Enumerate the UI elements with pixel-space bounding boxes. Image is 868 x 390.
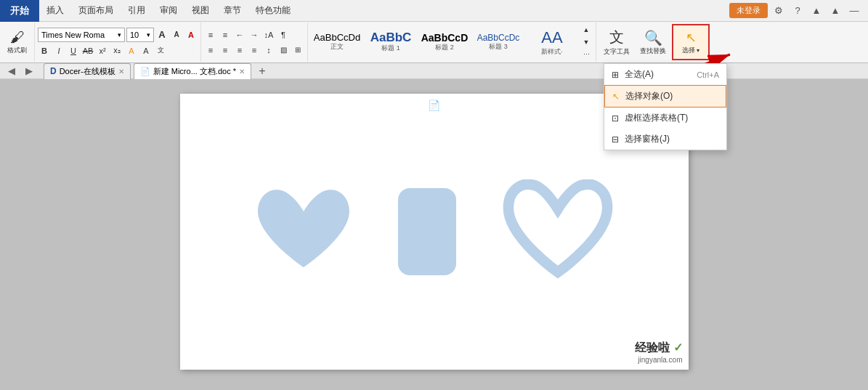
heart-solid-svg xyxy=(253,184,354,279)
nav-bar: ◀ ▶ D Docer-在线模板 ✕ 📄 新建 Micro... 文档.doc … xyxy=(0,63,868,79)
tab-reference[interactable]: 引用 xyxy=(121,0,153,22)
show-marks-btn[interactable]: ¶ xyxy=(277,28,290,41)
style-h1-label: 标题 1 xyxy=(381,44,400,53)
font-row2: B I U AB x² x₂ A A 文 xyxy=(38,44,198,57)
format-painter-btn[interactable]: 🖌 格式刷 xyxy=(3,29,31,55)
ribbon-toolbar: 🖌 格式刷 Times New Roma ▾ 10 ▾ A A xyxy=(0,22,868,63)
select-object-icon: ↖ xyxy=(612,92,620,102)
dropdown-select-all[interactable]: ⊞ 全选(A) Ctrl+A xyxy=(604,64,726,85)
bold-btn[interactable]: B xyxy=(38,44,51,57)
maximize-icon[interactable]: ▲ xyxy=(827,3,843,19)
ribbon-top: 🖌 格式刷 Times New Roma ▾ 10 ▾ A A xyxy=(0,22,868,62)
forward-btn[interactable]: ▶ xyxy=(23,65,35,76)
strikethrough-btn[interactable]: AB xyxy=(81,44,94,57)
select-all-label: 全选(A) xyxy=(625,68,654,81)
decrease-font-btn[interactable]: A xyxy=(170,28,183,41)
select-dropdown-arrow[interactable]: ▾ xyxy=(697,47,699,54)
tab-insert[interactable]: 插入 xyxy=(39,0,71,22)
dropdown-select-object[interactable]: ↖ 选择对象(O) xyxy=(604,85,726,107)
style-scroll-down[interactable]: ▼ xyxy=(580,36,593,49)
indent-increase-btn[interactable]: → xyxy=(248,28,261,41)
style-new[interactable]: AA 新样式· xyxy=(526,24,578,60)
indent-decrease-btn[interactable]: ← xyxy=(233,28,246,41)
font-row1: Times New Roma ▾ 10 ▾ A A A xyxy=(38,28,198,42)
heart-outline-shape[interactable] xyxy=(500,179,616,285)
back-btn[interactable]: ◀ xyxy=(6,65,17,76)
text-tool-btn[interactable]: 文 文字工具 xyxy=(599,24,634,60)
doc-tab-1-close[interactable]: ✕ xyxy=(118,68,124,76)
list-number-btn[interactable]: ≡ xyxy=(219,28,232,41)
settings-icon[interactable]: ⚙ xyxy=(771,3,787,19)
align-right-btn[interactable]: ≡ xyxy=(233,44,246,57)
align-justify-btn[interactable]: ≡ xyxy=(248,44,261,57)
list-bullet-btn[interactable]: ≡ xyxy=(204,28,217,41)
login-button[interactable]: 未登录 xyxy=(729,3,768,18)
doc-tab-1[interactable]: D Docer-在线模板 ✕ xyxy=(44,63,131,79)
style-h3[interactable]: AaBbCcDc 标题 3 xyxy=(472,24,524,60)
font-name-value: Times New Roma xyxy=(41,31,105,39)
para-row1: ≡ ≡ ← → ↕A ¶ xyxy=(204,28,304,41)
help-icon[interactable]: ? xyxy=(790,3,806,19)
doc-tab-2-close[interactable]: ✕ xyxy=(239,68,245,76)
style-section: AaBbCcDd 正文 AaBbC 标题 1 AaBbCcD 标题 2 AaBb… xyxy=(308,23,596,62)
increase-font-btn[interactable]: A xyxy=(155,28,169,41)
select-window-icon: ⊟ xyxy=(612,134,619,145)
watermark-sub: jingyanlа.com xyxy=(635,356,682,364)
font-size-input[interactable]: 10 ▾ xyxy=(126,28,154,42)
align-left-btn[interactable]: ≡ xyxy=(204,44,217,57)
font-name-input[interactable]: Times New Roma ▾ xyxy=(38,28,125,42)
tab-special[interactable]: 特色功能 xyxy=(248,0,298,22)
select-icon: ↖ xyxy=(686,30,697,46)
doc-header-icon: 📄 xyxy=(428,99,440,111)
subscript-btn[interactable]: x₂ xyxy=(110,44,123,57)
char-shading-btn[interactable]: 文 xyxy=(154,44,167,57)
close-icon[interactable]: — xyxy=(846,3,862,19)
tab-layout[interactable]: 页面布局 xyxy=(71,0,121,22)
font-size-value: 10 xyxy=(130,31,139,39)
text-color-btn[interactable]: A xyxy=(139,44,153,57)
doc-tab-2-icon: 📄 xyxy=(140,67,150,76)
style-scroll-up[interactable]: ▲ xyxy=(580,24,593,36)
style-normal[interactable]: AaBbCcDd 正文 xyxy=(311,24,363,60)
shading-btn[interactable]: ▨ xyxy=(277,44,290,57)
sort-btn[interactable]: ↕A xyxy=(262,28,275,41)
superscript-btn[interactable]: x² xyxy=(96,44,109,57)
tab-review[interactable]: 审阅 xyxy=(153,0,184,22)
doc-tab-1-label: Docer-在线模板 xyxy=(60,66,115,77)
font-name-dropdown-icon[interactable]: ▾ xyxy=(118,31,121,38)
para-row2: ≡ ≡ ≡ ≡ ↕ ▨ ⊞ xyxy=(204,44,304,57)
minimize-icon[interactable]: ▲ xyxy=(808,3,824,19)
align-center-btn[interactable]: ≡ xyxy=(219,44,232,57)
style-expand[interactable]: ⋯ xyxy=(580,48,593,60)
border-btn[interactable]: ⊞ xyxy=(291,44,304,57)
select-table-label: 虚框选择表格(T) xyxy=(625,112,688,124)
style-normal-preview: AaBbCcDd xyxy=(314,33,360,42)
tab-view[interactable]: 视图 xyxy=(184,0,216,22)
line-spacing-btn[interactable]: ↕ xyxy=(262,44,275,57)
style-h1-preview: AaBbC xyxy=(370,31,412,44)
highlight-btn[interactable]: A xyxy=(125,44,138,57)
add-tab-btn[interactable]: + xyxy=(254,63,270,79)
shapes-container xyxy=(253,179,616,285)
heart-solid-shape[interactable] xyxy=(253,184,354,279)
dropdown-select-window[interactable]: ⊟ 选择窗格(J) xyxy=(604,129,726,150)
doc-tab-2[interactable]: 📄 新建 Micro... 文档.doc * ✕ xyxy=(134,63,251,79)
tab-start[interactable]: 开始 xyxy=(0,0,39,22)
select-btn[interactable]: ↖ 选择 ▾ xyxy=(672,24,710,60)
rounded-rect-shape[interactable] xyxy=(398,188,456,275)
paragraph-section: ≡ ≡ ← → ↕A ¶ ≡ ≡ ≡ ≡ ↕ ▨ ⊞ xyxy=(201,23,308,62)
find-replace-btn[interactable]: 🔍 查找替换 xyxy=(636,24,670,60)
select-table-icon: ⊡ xyxy=(612,113,619,123)
tab-chapter[interactable]: 章节 xyxy=(216,0,248,22)
doc-tab-2-label: 新建 Micro... 文档.doc * xyxy=(153,66,236,77)
style-h3-preview: AaBbCcDc xyxy=(477,33,520,42)
style-h2[interactable]: AaBbCcD 标题 2 xyxy=(418,24,471,60)
dropdown-select-table[interactable]: ⊡ 虚框选择表格(T) xyxy=(604,107,726,129)
title-bar-right: 未登录 ⚙ ? ▲ ▲ — xyxy=(729,3,868,19)
underline-btn[interactable]: U xyxy=(67,44,80,57)
italic-btn[interactable]: I xyxy=(52,44,65,57)
style-h1[interactable]: AaBbC 标题 1 xyxy=(365,24,417,60)
text-tool-icon: 文 xyxy=(609,28,624,47)
font-color-btn[interactable]: A xyxy=(184,28,198,41)
font-size-dropdown-icon[interactable]: ▾ xyxy=(147,31,150,38)
